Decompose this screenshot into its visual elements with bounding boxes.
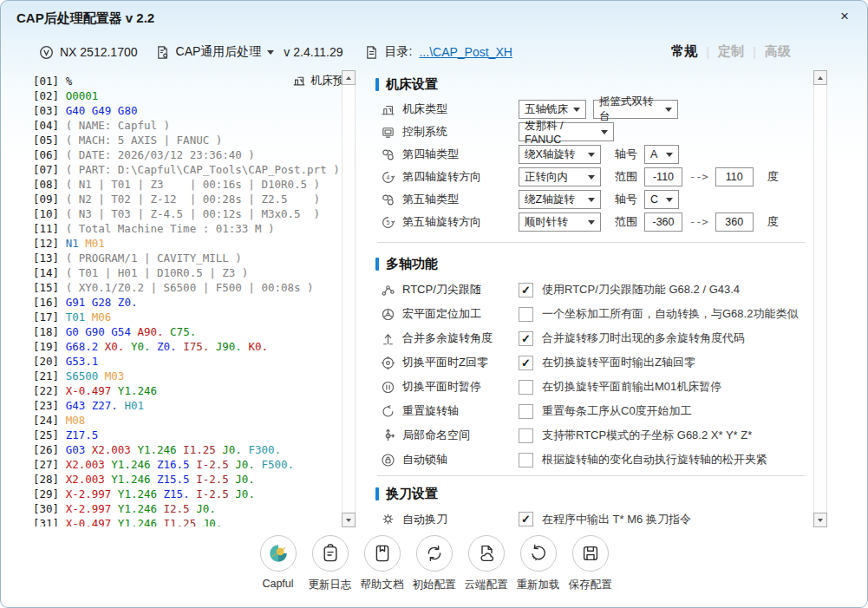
option-description: 支持带RTCP模式的子坐标 G68.2 X* Y* Z* [542, 428, 752, 443]
checkbox[interactable]: ✓ [519, 512, 533, 526]
checkbox[interactable]: ✓ [519, 331, 533, 346]
dropdown[interactable]: 顺时针转 [519, 212, 601, 232]
scrollbar-track[interactable] [813, 70, 827, 527]
checkbox[interactable] [519, 428, 533, 443]
checkbox[interactable]: ✓ [519, 356, 533, 370]
dropdown-value: 发那科 / FANUC [525, 119, 596, 146]
machine-icon [292, 74, 306, 88]
settings-panel: 机床设置 机床类型五轴铣床摇篮式双转台控制系统发那科 / FANUC第四轴类型绕… [375, 70, 810, 527]
dropdown[interactable]: A [644, 145, 679, 164]
option-label: 重置旋转轴 [402, 403, 519, 419]
scroll-up-icon [346, 76, 351, 80]
checkbox[interactable] [519, 380, 533, 395]
code-line: [29] X-2.997 Y1.246 Z15. I-2.5 J0. [33, 487, 338, 501]
setting-row: 第四轴类型绕X轴旋转轴号A [375, 143, 810, 166]
code-line: [07] ( PART: D:\Capful\CAP_Tools\CAP_Pos… [33, 162, 338, 177]
dropdown[interactable]: 绕X轴旋转 [519, 145, 601, 164]
dropdown-value: 顺时针转 [525, 215, 568, 230]
checkbox[interactable]: ✓ [519, 283, 533, 297]
dropdown[interactable]: 五轴铣床 [519, 100, 586, 119]
toolbar-button-reload[interactable]: 重新加载 [514, 535, 563, 592]
control-label: 范围 [615, 214, 637, 230]
svg-text:4: 4 [387, 174, 390, 181]
dropdown[interactable]: 摇篮式双转台 [593, 100, 678, 119]
header-bar: NX 2512.1700 CAP通用后处理 v 2.4.11.29 目录: ..… [39, 41, 512, 63]
rtcp-icon [381, 283, 395, 297]
range-input[interactable]: 360 [715, 212, 754, 232]
scroll-down-button[interactable] [342, 513, 356, 527]
setting-label: 第四轴类型 [402, 147, 519, 162]
directory-label: 目录: [385, 44, 413, 60]
code-line: [18] G0 G90 G54 A90. C75. [33, 324, 338, 339]
directory-link[interactable]: ...\CAP_Post_XH [419, 45, 512, 59]
dropdown[interactable]: C [644, 190, 679, 209]
toolbar-button-changelog[interactable]: 更新日志 [306, 535, 355, 592]
scroll-down-button[interactable] [813, 513, 827, 527]
setting-label: 机床类型 [402, 101, 519, 117]
close-icon[interactable]: × [835, 7, 854, 26]
checkbox[interactable] [519, 453, 533, 467]
option-description: 重置每条工序从C0度开始加工 [542, 403, 692, 419]
directory-file-icon [364, 45, 379, 60]
code-line: [26] G03 X2.003 Y1.246 I1.25 J0. F300. [33, 442, 338, 457]
setting-controls: 发那科 / FANUC [519, 122, 614, 141]
code-scrollbar[interactable] [342, 70, 357, 527]
nx-version-icon [39, 45, 54, 60]
tab-general[interactable]: 常规 [671, 43, 697, 60]
section-header-multiaxis: 多轴功能 [375, 255, 810, 272]
toolbar-button-capful[interactable]: Capful [254, 535, 303, 592]
auto-lock-icon [381, 453, 395, 467]
post-selector-label: CAP通用后处理 [176, 44, 262, 60]
tab-custom[interactable]: 定制 [718, 43, 744, 60]
reload-icon [529, 544, 548, 563]
checkbox[interactable] [519, 404, 533, 419]
post-selector[interactable]: CAP通用后处理 [176, 44, 275, 60]
scrollbar-track[interactable] [342, 70, 356, 527]
dropdown[interactable]: 发那科 / FANUC [519, 122, 614, 141]
toolbar-button-save-config[interactable]: 保存配置 [566, 535, 615, 592]
dropdown-value: C [650, 193, 658, 206]
toolbar-button-help-doc[interactable]: 帮助文档 [358, 535, 407, 592]
option-description: 在切换旋转平面前输出M01机床暂停 [542, 379, 721, 395]
toolbar-button-cloud-config[interactable]: 云端配置 [462, 535, 511, 592]
axis-type-icon [381, 147, 395, 162]
section-title: 多轴功能 [386, 256, 438, 272]
dropdown[interactable]: 绕Z轴旋转 [519, 190, 601, 209]
code-line: [22] X-0.497 Y1.246 [33, 383, 338, 398]
control-label: 度 [767, 214, 779, 230]
scroll-up-button[interactable] [342, 70, 356, 85]
range-input[interactable]: 110 [715, 167, 754, 186]
gcode-preview-panel[interactable]: [01] %[02] O0001[03] G40 G49 G80[04] ( N… [33, 74, 338, 526]
toolbar-button-init-config[interactable]: 初始配置 [410, 535, 459, 592]
option-label: 合并多余旋转角度 [402, 330, 519, 346]
range-input[interactable]: -110 [644, 167, 682, 186]
settings-scrollbar[interactable] [813, 70, 829, 527]
code-line: [28] X2.003 Y1.246 Z15.5 I-2.5 J0. [33, 472, 338, 487]
section-accent-bar [375, 258, 379, 271]
macro-plane-icon [381, 307, 395, 322]
rotate-5-icon: 5 [381, 215, 395, 230]
scroll-up-button[interactable] [813, 70, 827, 85]
chevron-down-icon [666, 198, 673, 202]
code-line: [30] X-2.997 Y1.246 I2.5 J0. [33, 501, 338, 516]
setting-label: 第四轴旋转方向 [402, 169, 519, 185]
dropdown[interactable]: 正转向内 [519, 167, 601, 186]
pause-icon [381, 380, 395, 395]
chevron-down-icon [573, 108, 580, 112]
checkbox[interactable] [519, 307, 533, 322]
chevron-down-icon [588, 175, 595, 180]
rotate-4-icon: 4 [381, 170, 395, 185]
chevron-down-icon [666, 153, 673, 157]
range-arrow: --> [689, 216, 708, 228]
option-description: 在切换旋转平面时输出Z轴回零 [542, 355, 695, 370]
code-line: [12] N1 M01 [33, 236, 338, 251]
help-doc-icon [373, 544, 392, 563]
cloud-config-icon [477, 544, 496, 563]
range-input[interactable]: -360 [644, 212, 682, 232]
code-line: [14] ( T01 | H01 | D10R0.5 | Z3 ) [33, 265, 338, 280]
merge-angle-icon [381, 331, 395, 346]
tab-advanced[interactable]: 高级 [765, 43, 791, 60]
setting-row: 5第五轴旋转方向顺时针转范围-360-->360度 [375, 211, 810, 233]
setting-label: 第五轴旋转方向 [402, 214, 519, 230]
option-row: 自动锁轴根据旋转轴的变化自动执行旋转轴的松开夹紧 [375, 448, 810, 472]
